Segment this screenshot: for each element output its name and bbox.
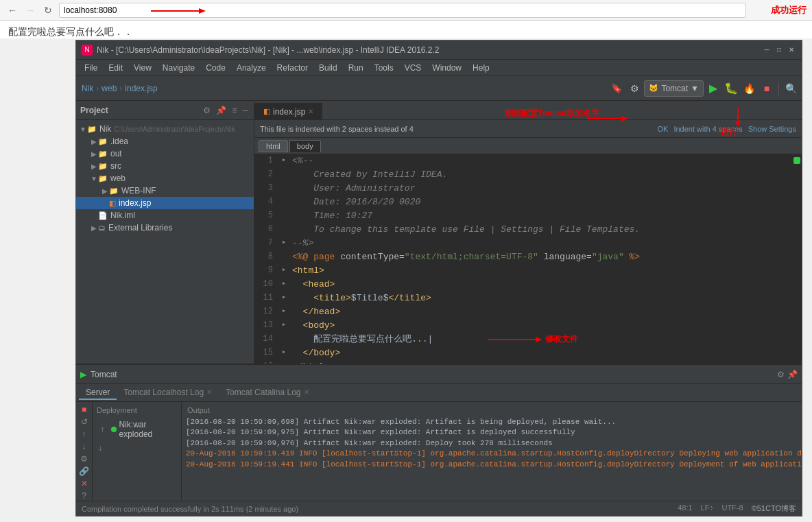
breadcrumb-nik[interactable]: Nik: [82, 84, 93, 93]
restart-server-button[interactable]: ↺: [78, 417, 91, 427]
ide-title: Nik - [C:\Users\Administrator\IdeaProjec…: [97, 45, 762, 55]
notif-indent-link[interactable]: Indent with 4 spaces: [673, 125, 742, 133]
extlib-icon: 🗂: [98, 224, 106, 232]
bookmark-icon[interactable]: 🔖: [608, 80, 625, 97]
tomcat-selector[interactable]: 🐱 Tomcat ▼: [644, 80, 704, 97]
run-button[interactable]: ▶: [705, 80, 721, 97]
refresh-button[interactable]: ↻: [41, 3, 55, 17]
folder-icon: 📁: [87, 125, 97, 134]
menu-edit[interactable]: Edit: [103, 62, 128, 74]
delete-side-button[interactable]: ✕: [78, 479, 91, 488]
tab-body[interactable]: body: [289, 140, 321, 152]
breadcrumb-web[interactable]: web: [102, 84, 117, 93]
breadcrumb: Nik › web › index.jsp: [82, 84, 158, 93]
notif-ok-link[interactable]: OK: [657, 125, 668, 133]
menu-navigate[interactable]: Navigate: [157, 62, 200, 74]
sidebar-layout-icon[interactable]: ≡: [230, 104, 238, 117]
address-bar[interactable]: [59, 3, 746, 18]
maximize-button[interactable]: □: [774, 45, 784, 55]
log-line-3: [2016-08-20 10:59:09,976] Artifact Nik:w…: [186, 438, 798, 449]
ide-sidebar: Project ⚙ 📌 ≡ ─ ▼ 📁 Nik C:\Users\Adminis…: [76, 101, 254, 364]
menu-file[interactable]: File: [79, 62, 103, 74]
code-line-16: 16 ▸ </html>: [254, 360, 802, 364]
menu-refactor[interactable]: Refactor: [272, 62, 313, 74]
down-button[interactable]: ↓: [78, 442, 91, 451]
tab-indexjsp[interactable]: ◧ index.jsp ✕: [254, 103, 322, 119]
ide-toolbar: Nik › web › index.jsp 🔖 ⚙ 🐱 Tomcat ▼ ▶ 🐛…: [76, 76, 802, 101]
cursor-position: 48:1: [678, 503, 692, 514]
web-folder-icon: 📁: [98, 174, 108, 183]
debug-button[interactable]: 🐛: [723, 80, 739, 97]
menu-view[interactable]: View: [128, 62, 157, 74]
search-button[interactable]: 🔍: [783, 80, 799, 97]
tree-root[interactable]: ▼ 📁 Nik C:\Users\Administrator\IdeaProje…: [76, 123, 254, 135]
ide-main: Project ⚙ 📌 ≡ ─ ▼ 📁 Nik C:\Users\Adminis…: [76, 101, 802, 364]
close-button[interactable]: ✕: [787, 45, 796, 55]
sidebar-title: Project: [80, 106, 199, 115]
ide-menubar: File Edit View Navigate Code Analyze Ref…: [76, 60, 802, 76]
tree-nikiml[interactable]: 📄 Nik.iml: [76, 209, 254, 222]
bottom-gear-icon[interactable]: ⚙: [777, 370, 785, 379]
code-line-5: 5 Time: 10:27: [254, 209, 802, 223]
tab-close-button[interactable]: ✕: [308, 108, 313, 115]
tree-src[interactable]: ▶ 📁 src: [76, 160, 254, 172]
tree-webinf[interactable]: ▶ 📁 WEB-INF: [76, 185, 254, 197]
minimize-button[interactable]: ─: [762, 45, 772, 55]
menu-build[interactable]: Build: [313, 62, 343, 74]
tree-indexjsp[interactable]: ◧ index.jsp: [76, 197, 254, 209]
tree-web-expand: ▼: [90, 175, 98, 182]
deployment-item: ↑ Nik:war exploded: [95, 418, 178, 440]
menu-code[interactable]: Code: [200, 62, 231, 74]
gear-icon[interactable]: ⚙: [626, 80, 643, 97]
notification-text: This file is indented with 2 spaces inst…: [260, 125, 652, 133]
stop-button[interactable]: ■: [759, 80, 775, 97]
menu-tools[interactable]: Tools: [369, 62, 399, 74]
tree-out-expand: ▶: [90, 150, 98, 158]
tree-idea[interactable]: ▶ 📁 .idea: [76, 135, 254, 147]
forward-button[interactable]: →: [23, 3, 37, 17]
deploy-up-icon[interactable]: ↑: [97, 423, 108, 436]
code-editor[interactable]: 1 ▸ <%-- 2 Created by IntelliJ IDEA. 3: [254, 154, 802, 364]
sidebar-pin-icon[interactable]: 📌: [215, 104, 228, 117]
tree-extlib-label: External Libraries: [108, 223, 172, 233]
code-line-3: 3 User: Administrator: [254, 182, 802, 195]
tree-extlib[interactable]: ▶ 🗂 External Libraries: [76, 222, 254, 234]
link-side-button[interactable]: 🔗: [78, 466, 91, 476]
menu-help[interactable]: Help: [467, 62, 495, 74]
toolbar-sep: [778, 82, 779, 95]
catalina-log-close[interactable]: ✕: [304, 388, 309, 396]
sidebar-settings-icon[interactable]: ⚙: [202, 104, 212, 117]
menu-run[interactable]: Run: [343, 62, 369, 74]
menu-window[interactable]: Window: [427, 62, 467, 74]
localhost-log-close[interactable]: ✕: [206, 388, 212, 396]
help-side-button[interactable]: ?: [78, 491, 91, 501]
notif-settings-link[interactable]: Show Settings: [748, 125, 796, 133]
editor-tabs: ◧ index.jsp ✕: [254, 101, 802, 120]
stop-server-button[interactable]: ■: [78, 405, 91, 414]
back-button[interactable]: ←: [5, 3, 19, 17]
bottom-pin-icon[interactable]: 📌: [787, 370, 798, 379]
tab-html[interactable]: html: [259, 140, 288, 152]
status-left-text: Compilation completed successfully in 2s…: [82, 505, 678, 513]
tree-web-label: web: [110, 174, 126, 183]
bottom-tab-catalina-log[interactable]: Tomcat Catalina Log ✕: [219, 386, 315, 400]
breadcrumb-indexjsp[interactable]: index.jsp: [125, 84, 157, 93]
menu-vcs[interactable]: VCS: [399, 62, 427, 74]
code-line-13: 13 ▸ <body>: [254, 319, 802, 333]
sidebar-minimize-icon[interactable]: ─: [241, 104, 250, 117]
coverage-button[interactable]: 🔥: [741, 80, 757, 97]
settings-side-button[interactable]: ⚙: [78, 454, 91, 464]
notification-bar: This file is indented with 2 spaces inst…: [254, 120, 802, 138]
deploy-down-icon[interactable]: ↓: [98, 443, 102, 453]
src-folder-icon: 📁: [98, 162, 108, 171]
tree-out[interactable]: ▶ 📁 out: [76, 147, 254, 160]
browser-content: 配置完啦总要写点什么吧．．: [0, 21, 812, 38]
menu-analyze[interactable]: Analyze: [231, 62, 272, 74]
browser-bar: ← → ↻ 成功运行: [0, 0, 812, 21]
page-content-text: 配置完啦总要写点什么吧．．: [8, 26, 133, 37]
ide-titlebar: N Nik - [C:\Users\Administrator\IdeaProj…: [76, 40, 802, 60]
tree-web[interactable]: ▼ 📁 web: [76, 172, 254, 185]
bottom-tab-localhost-log[interactable]: Tomcat Localhost Log ✕: [117, 386, 219, 400]
bottom-tab-server[interactable]: Server: [79, 386, 117, 400]
up-button[interactable]: ↑: [78, 429, 91, 439]
